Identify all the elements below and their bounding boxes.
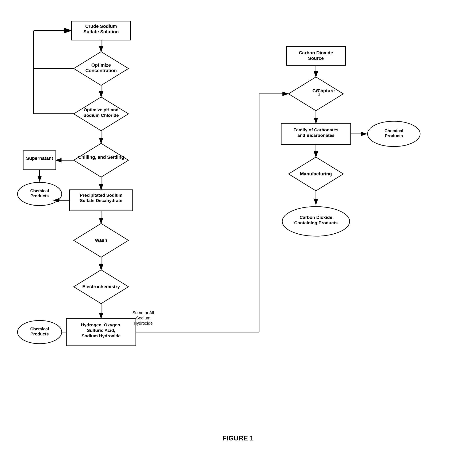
svg-text:Family of Carbonates: Family of Carbonates: [293, 127, 339, 132]
svg-text:Chemical: Chemical: [30, 188, 49, 193]
svg-text:Capture: Capture: [317, 88, 335, 93]
svg-text:Source: Source: [308, 56, 324, 61]
svg-text:Chemical: Chemical: [385, 128, 403, 133]
svg-text:and Bicarbonates: and Bicarbonates: [298, 133, 334, 138]
svg-text:Products: Products: [385, 133, 403, 138]
svg-text:Sulfate Solution: Sulfate Solution: [83, 29, 119, 34]
svg-text:Carbon Dioxide: Carbon Dioxide: [299, 215, 332, 220]
svg-text:Sodium: Sodium: [136, 316, 150, 320]
svg-text:Supernatant: Supernatant: [26, 156, 53, 161]
svg-text:Products: Products: [31, 194, 49, 198]
svg-text:Wash: Wash: [95, 238, 107, 243]
svg-text:Some or All: Some or All: [133, 310, 154, 315]
svg-text:Chilling, and Settling: Chilling, and Settling: [78, 155, 124, 160]
svg-text:Sulfuric Acid,: Sulfuric Acid,: [87, 328, 115, 333]
svg-text:Hydroxide: Hydroxide: [134, 321, 153, 326]
svg-text:Sodium Hydroxide: Sodium Hydroxide: [82, 333, 121, 338]
svg-text:Carbon Dioxide: Carbon Dioxide: [299, 50, 333, 55]
svg-text:Manufacturing: Manufacturing: [300, 171, 332, 177]
svg-text:Containing Products: Containing Products: [294, 220, 338, 225]
svg-text:Optimize: Optimize: [91, 62, 111, 68]
figure-label: FIGURE 1: [222, 434, 254, 442]
svg-text:Electrochemistry: Electrochemistry: [82, 284, 120, 289]
svg-text:Hydrogen, Oxygen,: Hydrogen, Oxygen,: [81, 322, 121, 327]
svg-marker-14: [74, 143, 128, 177]
svg-text:Chemical: Chemical: [30, 327, 49, 331]
svg-text:Precipitated Sodium: Precipitated Sodium: [80, 193, 122, 198]
svg-text:Sulfate Decahydrate: Sulfate Decahydrate: [80, 198, 122, 203]
svg-text:Concentration: Concentration: [85, 68, 117, 73]
svg-text:Products: Products: [31, 332, 49, 336]
svg-marker-54: [289, 77, 343, 111]
svg-text:Sodium Chloride: Sodium Chloride: [83, 113, 119, 118]
svg-text:Optimize pH and: Optimize pH and: [84, 107, 119, 112]
svg-text:Crude Sodium: Crude Sodium: [85, 24, 117, 29]
diagram-container: Crude Sodium Sulfate Solution Optimize C…: [17, 13, 459, 424]
